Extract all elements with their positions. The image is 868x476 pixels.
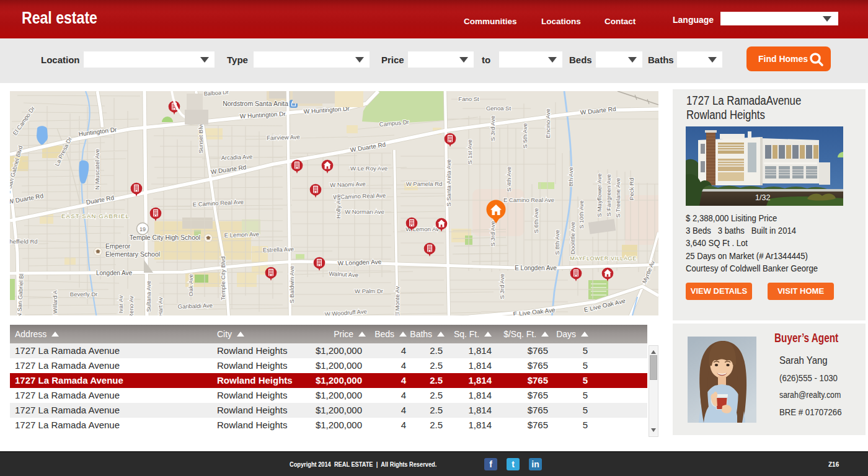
svg-text:E Camino Real Ave: E Camino Real Ave	[503, 196, 554, 203]
svg-text:Arcadia Ave: Arcadia Ave	[221, 153, 252, 161]
svg-text:Nordstrom Santa Anita: Nordstrom Santa Anita	[223, 100, 288, 107]
svg-text:S Santa Anita Ave: S Santa Anita Ave	[445, 159, 452, 206]
svg-text:S 3rd Ave: S 3rd Ave	[498, 273, 505, 299]
svg-text:Longden Ave: Longden Ave	[96, 270, 133, 276]
svg-text:S 5th Ave: S 5th Ave	[521, 123, 528, 149]
svg-text:Hart Av: Hart Av	[157, 297, 164, 315]
svg-text:Beverly Dr: Beverly Dr	[70, 291, 97, 298]
svg-text:EAST SAN GABRIEL: EAST SAN GABRIEL	[61, 213, 130, 219]
svg-text:8th Ave: 8th Ave	[567, 167, 574, 187]
svg-text:Peck Rd: Peck Rd	[628, 178, 635, 200]
svg-text:S 3rd Ave: S 3rd Ave	[489, 115, 496, 141]
svg-text:W Pamela Rd: W Pamela Rd	[406, 180, 443, 187]
svg-text:Sunset Blvd: Sunset Blvd	[197, 122, 204, 154]
svg-text:Elementary School: Elementary School	[105, 250, 160, 258]
svg-text:S 8th Ave: S 8th Ave	[554, 230, 560, 255]
svg-text:Fairview Ave: Fairview Ave	[267, 133, 300, 141]
svg-text:S 6th Ave: S 6th Ave	[533, 208, 539, 234]
svg-text:W Naomi Ave: W Naomi Ave	[330, 180, 366, 188]
svg-text:Reno Av: Reno Av	[128, 296, 135, 315]
svg-text:Oak Ave: Oak Ave	[187, 274, 194, 296]
svg-text:Doolittle Ave: Doolittle Ave	[569, 222, 576, 255]
svg-text:1/32: 1/32	[755, 193, 770, 202]
svg-text:S 3rd Ave: S 3rd Ave	[489, 221, 496, 246]
svg-text:Garibaldi Ave: Garibaldi Ave	[178, 302, 213, 310]
svg-text:Sultana Ave: Sultana Ave	[145, 281, 152, 312]
svg-text:E Lemon Ave: E Lemon Ave	[224, 231, 260, 239]
svg-text:W Norman Ave: W Norman Ave	[345, 208, 384, 215]
svg-text:Emperor: Emperor	[105, 242, 131, 250]
svg-text:Genoa St: Genoa St	[486, 105, 511, 112]
svg-text:S Fairgreen Ave: S Fairgreen Ave	[605, 174, 612, 216]
svg-text:N Muscatel Ave: N Muscatel Ave	[94, 149, 100, 190]
svg-text:W Palm Dr: W Palm Dr	[355, 288, 383, 294]
svg-text:S Mayflower Ave: S Mayflower Ave	[596, 174, 603, 218]
svg-text:S Baldwin Ave: S Baldwin Ave	[288, 266, 295, 304]
svg-text:S 4th Ave: S 4th Ave	[505, 167, 512, 192]
svg-text:Fano St: Fano St	[458, 95, 479, 102]
svg-text:S Treelane Ave: S Treelane Ave	[614, 178, 621, 218]
svg-text:Sheffield Rd: Sheffield Rd	[10, 238, 38, 245]
svg-text:Encino Ave: Encino Ave	[544, 108, 551, 138]
svg-text:Holly Ave: Holly Ave	[335, 194, 342, 218]
svg-text:El Monte Av: El Monte Av	[394, 286, 401, 315]
svg-text:E Longden Ave: E Longden Ave	[515, 265, 557, 271]
svg-text:S 10th Ave: S 10th Ave	[578, 200, 585, 229]
svg-text:Temple City Blvd: Temple City Blvd	[219, 257, 226, 301]
svg-text:N Willard A: N Willard A	[51, 290, 58, 315]
svg-text:Ivar Av: Ivar Av	[117, 295, 124, 313]
svg-text:Estrella Ave: Estrella Ave	[263, 245, 294, 253]
svg-text:S 1st Ave: S 1st Ave	[466, 139, 473, 164]
svg-text:19: 19	[140, 226, 146, 232]
svg-text:Temple City High School: Temple City High School	[130, 234, 200, 241]
svg-text:W Le Roy Ave: W Le Roy Ave	[350, 165, 388, 172]
svg-text:MAYFLOWER VILLAGE: MAYFLOWER VILLAGE	[570, 255, 637, 262]
